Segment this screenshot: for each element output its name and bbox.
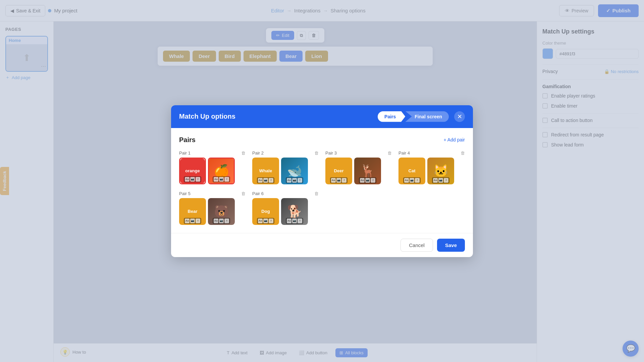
pair-6-cards: Dog Aa 📷 f 🐕 Aa (252, 198, 319, 225)
pair-2-left-tools: Aa 📷 f (257, 177, 274, 183)
pair-1-left-card[interactable]: orange Aa 📷 f (179, 158, 206, 184)
tab-final-screen[interactable]: Final screen (405, 111, 449, 122)
fx-tool[interactable]: f (196, 177, 200, 182)
pair-6-left-card[interactable]: Dog Aa 📷 f (252, 198, 279, 225)
modal-tabs: Pairs Final screen (378, 111, 449, 122)
pair-5-label: Pair 5 (179, 191, 191, 196)
pair-4-label: Pair 4 (398, 150, 410, 156)
save-button[interactable]: Save (437, 239, 465, 252)
pair-3-cards: Deer Aa 📷 f 🦌 Aa (325, 158, 392, 184)
pair-5-delete-icon[interactable]: 🗑 (241, 191, 246, 196)
pair-2-cards: Whale Aa 📷 f 🐋 Aa (252, 158, 319, 184)
pair-2-label: Pair 2 (252, 150, 264, 156)
pair-group-4: Pair 4 🗑 Cat Aa 📷 f (398, 150, 465, 184)
text-tool-r[interactable]: Aa (214, 177, 218, 182)
pair-3-label: Pair 3 (325, 150, 337, 156)
pair-2-header: Pair 2 🗑 (252, 150, 319, 156)
pair-6-label: Pair 6 (252, 191, 264, 196)
pair-4-left-card[interactable]: Cat Aa 📷 f (398, 158, 425, 184)
pair-1-left-tools: Aa 📷 f (184, 176, 201, 182)
pair-2-delete-icon[interactable]: 🗑 (314, 150, 319, 156)
modal-overlay: Match Up options Pairs Final screen ✕ Pa… (0, 0, 644, 362)
modal-body: Pairs + Add pair Pair 1 🗑 orange Aa (171, 128, 473, 233)
match-up-options-modal: Match Up options Pairs Final screen ✕ Pa… (171, 105, 473, 257)
pair-5-right-card[interactable]: 🐻 Aa 📷 f (208, 198, 235, 225)
pair-3-left-card[interactable]: Deer Aa 📷 f (325, 158, 352, 184)
pair-1-label: Pair 1 (179, 150, 191, 156)
pairs-section-title: Pairs (179, 136, 196, 144)
pair-3-header: Pair 3 🗑 (325, 150, 392, 156)
cancel-button[interactable]: Cancel (400, 239, 433, 252)
orange-emoji: 🍊 (214, 164, 229, 178)
pair-1-delete-icon[interactable]: 🗑 (241, 150, 246, 156)
tab-pairs[interactable]: Pairs (378, 111, 405, 122)
pair-group-6: Pair 6 🗑 Dog Aa 📷 f (252, 191, 319, 225)
pair-2-left-card[interactable]: Whale Aa 📷 f (252, 158, 279, 184)
pair-6-delete-icon[interactable]: 🗑 (314, 191, 319, 196)
pair-5-left-card[interactable]: Bear Aa 📷 f (179, 198, 206, 225)
pair-group-1: Pair 1 🗑 orange Aa 📷 f (179, 150, 246, 184)
image-tool-r[interactable]: 📷 (219, 177, 224, 182)
pair-5-header: Pair 5 🗑 (179, 191, 246, 196)
modal-close-button[interactable]: ✕ (454, 111, 465, 122)
pair-4-header: Pair 4 🗑 (398, 150, 465, 156)
modal-header: Match Up options Pairs Final screen ✕ (171, 105, 473, 128)
add-pair-button[interactable]: + Add pair (444, 137, 465, 142)
pair-5-cards: Bear Aa 📷 f 🐻 Aa (179, 198, 246, 225)
pair-1-right-card[interactable]: 🍊 Aa 📷 f (208, 158, 235, 184)
pairs-header: Pairs + Add pair (179, 136, 465, 144)
pair-group-5: Pair 5 🗑 Bear Aa 📷 f (179, 191, 246, 225)
pair-3-delete-icon[interactable]: 🗑 (387, 150, 392, 156)
pair-4-cards: Cat Aa 📷 f 🐱 Aa (398, 158, 465, 184)
pair-1-right-tools: Aa 📷 f (213, 176, 230, 182)
pair-4-delete-icon[interactable]: 🗑 (461, 150, 465, 156)
pair-1-header: Pair 1 🗑 (179, 150, 246, 156)
modal-footer: Cancel Save (171, 233, 473, 257)
fx-tool-r[interactable]: f (224, 177, 229, 182)
pair-4-right-card[interactable]: 🐱 Aa 📷 f (427, 158, 454, 184)
pair-group-3: Pair 3 🗑 Deer Aa 📷 f (325, 150, 392, 184)
pair-3-right-card[interactable]: 🦌 Aa 📷 f (354, 158, 381, 184)
pair-2-right-tools: Aa 📷 f (286, 177, 303, 183)
pair-6-right-card[interactable]: 🐕 Aa 📷 f (281, 198, 308, 225)
pairs-grid: Pair 1 🗑 orange Aa 📷 f (179, 150, 465, 225)
pair-6-header: Pair 6 🗑 (252, 191, 319, 196)
modal-title: Match Up options (179, 113, 372, 120)
pair-2-right-card[interactable]: 🐋 Aa 📷 f (281, 158, 308, 184)
text-tool[interactable]: Aa (185, 177, 190, 182)
pair-group-2: Pair 2 🗑 Whale Aa 📷 f (252, 150, 319, 184)
image-tool[interactable]: 📷 (190, 177, 195, 182)
pair-1-cards: orange Aa 📷 f 🍊 A (179, 158, 246, 184)
